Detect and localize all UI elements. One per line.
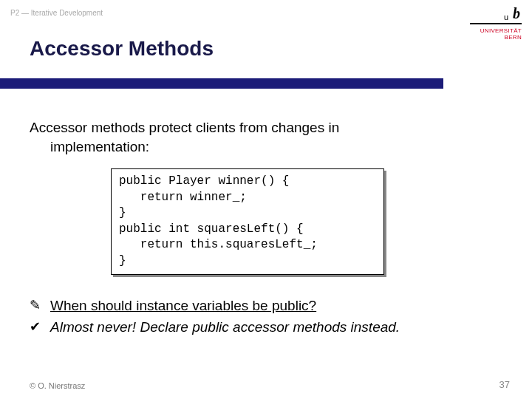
- pencil-icon: ✎: [30, 296, 50, 317]
- university-logo: u b UNIVERSITÄT BERN: [468, 6, 522, 41]
- slide-title: Accessor Methods: [30, 37, 214, 61]
- logo-rule: [470, 23, 522, 24]
- code-l1: public Player winner() {: [119, 174, 289, 188]
- code-box: public Player winner() { return winner_;…: [111, 168, 384, 275]
- course-header: P2 — Iterative Development: [10, 9, 103, 17]
- copyright: © O. Nierstrasz: [30, 381, 85, 390]
- question-row: ✎ When should instance variables be publ…: [30, 296, 502, 317]
- logo-b: b: [513, 5, 522, 21]
- answer-text: Almost never! Declare public accessor me…: [50, 317, 400, 338]
- logo-u: u: [504, 13, 510, 21]
- code-l6: }: [119, 254, 126, 267]
- code-l3: }: [119, 206, 126, 219]
- title-underline-bar: [0, 78, 443, 89]
- answer-row: ✔ Almost never! Declare public accessor …: [30, 317, 502, 338]
- logo-university: UNIVERSITÄT: [468, 27, 522, 34]
- question-answer: ✎ When should instance variables be publ…: [30, 296, 502, 338]
- question-text: When should instance variables be public…: [50, 296, 316, 317]
- code-l5: return this.squaresLeft_;: [119, 238, 318, 251]
- code-l4: public int squaresLeft() {: [119, 222, 304, 236]
- logo-city: BERN: [468, 34, 522, 41]
- intro-text: Accessor methods protect clients from ch…: [30, 118, 502, 156]
- intro-line2: implementation:: [30, 137, 502, 157]
- check-icon: ✔: [30, 317, 50, 338]
- intro-line1: Accessor methods protect clients from ch…: [30, 120, 339, 135]
- page-number: 37: [499, 379, 510, 390]
- code-l2: return winner_;: [119, 191, 247, 204]
